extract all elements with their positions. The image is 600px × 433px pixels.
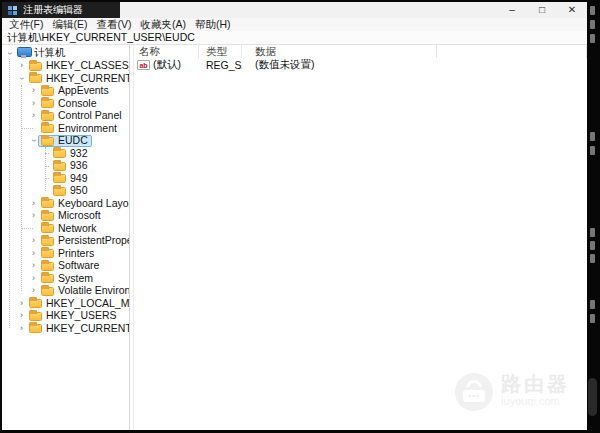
tree-item[interactable]: › Keyboard Layout xyxy=(2,197,129,210)
tree-item[interactable]: › AppEvents xyxy=(2,85,129,98)
tree-item-label: 949 xyxy=(70,172,88,184)
expander-chevron-icon[interactable]: › xyxy=(29,249,38,258)
folder-icon xyxy=(41,274,54,283)
close-button[interactable]: ✕ xyxy=(557,2,587,18)
tree-item[interactable]: › HKEY_CURRENT_USER xyxy=(2,72,129,85)
tree-item[interactable]: › Microsoft xyxy=(2,210,129,223)
tree-item[interactable]: › 计算机 xyxy=(2,47,129,60)
edge-artifact xyxy=(590,34,595,43)
tree-item-label: Microsoft xyxy=(58,209,101,221)
value-data: (数值未设置) xyxy=(242,58,437,72)
folder-icon xyxy=(41,237,54,246)
menu-favorites[interactable]: 收藏夹(A) xyxy=(140,18,186,32)
edge-artifact xyxy=(588,378,597,416)
expander-chevron-icon[interactable]: › xyxy=(29,86,38,95)
folder-icon xyxy=(29,324,42,333)
folder-icon xyxy=(41,99,54,108)
folder-icon xyxy=(41,224,54,233)
folder-icon xyxy=(41,262,54,271)
folder-icon xyxy=(41,287,54,296)
tree-item[interactable]: › 950 xyxy=(2,185,129,198)
menu-view[interactable]: 查看(V) xyxy=(96,18,131,32)
tree-item[interactable]: › PersistentPropertyBag xyxy=(2,235,129,248)
folder-icon xyxy=(29,62,42,71)
tree-item-label: HKEY_LOCAL_MACHINE xyxy=(46,297,130,309)
expander-chevron-icon[interactable]: › xyxy=(29,211,38,220)
tree-item-label: 计算机 xyxy=(34,46,66,60)
column-header-type[interactable]: 类型 xyxy=(199,45,242,58)
tree-item-label: Console xyxy=(58,97,97,109)
menu-edit[interactable]: 编辑(E) xyxy=(52,18,87,32)
menu-help[interactable]: 帮助(H) xyxy=(195,18,231,32)
tree-item-label: System xyxy=(58,272,93,284)
edge-artifact xyxy=(590,228,595,237)
folder-icon xyxy=(53,162,66,171)
window-controls: – □ ✕ xyxy=(497,2,587,18)
tree-item[interactable]: › System xyxy=(2,272,129,285)
expander-chevron-icon[interactable]: › xyxy=(5,49,14,58)
expander-chevron-icon[interactable]: › xyxy=(17,74,26,83)
registry-tree: › 计算机 › HKEY_CLASSES_ROOT › HKEY_CURRENT… xyxy=(2,45,130,430)
expander-chevron-icon[interactable]: › xyxy=(17,324,26,333)
tree-item[interactable]: › HKEY_CURRENT_CONFIG xyxy=(2,322,129,335)
registry-editor-window: 注册表编辑器 – □ ✕ 文件(F) 编辑(E) 查看(V) 收藏夹(A) 帮助… xyxy=(2,2,587,430)
edge-artifact xyxy=(590,254,595,263)
tree-item[interactable]: › HKEY_CLASSES_ROOT xyxy=(2,60,129,73)
column-header-blank xyxy=(437,45,587,58)
menu-bar: 文件(F) 编辑(E) 查看(V) 收藏夹(A) 帮助(H) xyxy=(2,18,587,31)
folder-icon xyxy=(41,112,54,121)
string-value-icon: ab xyxy=(137,60,150,70)
edge-artifact xyxy=(590,314,595,323)
tree-item[interactable]: › EUDC xyxy=(2,135,129,148)
value-list-panel: 名称 类型 数据 ab (默认) REG_SZ (数值未设置) ••• xyxy=(135,45,587,430)
expander-chevron-icon[interactable]: › xyxy=(17,311,26,320)
tree-item[interactable]: › Environment xyxy=(2,122,129,135)
tree-item-label: Environment xyxy=(58,122,117,134)
edge-artifact xyxy=(590,20,595,29)
expander-chevron-icon[interactable]: › xyxy=(17,299,26,308)
tree-item-label: EUDC xyxy=(58,134,88,146)
tree-item-label: Software xyxy=(58,259,99,271)
tree-item-label: PersistentPropertyBag xyxy=(58,234,130,246)
expander-chevron-icon[interactable]: › xyxy=(29,136,38,145)
tree-item[interactable]: › HKEY_USERS xyxy=(2,310,129,323)
expander-chevron-icon[interactable]: › xyxy=(29,274,38,283)
tree-item[interactable]: › 949 xyxy=(2,172,129,185)
expander-chevron-icon[interactable]: › xyxy=(29,99,38,108)
tree-item[interactable]: › 932 xyxy=(2,147,129,160)
column-header-data[interactable]: 数据 xyxy=(242,45,437,58)
title-bar: 注册表编辑器 – □ ✕ xyxy=(2,2,587,18)
tree-item[interactable]: › Printers xyxy=(2,247,129,260)
tree-item[interactable]: › 936 xyxy=(2,160,129,173)
tree-item-label: Printers xyxy=(58,247,94,259)
expander-chevron-icon[interactable]: › xyxy=(29,199,38,208)
value-row[interactable]: ab (默认) REG_SZ (数值未设置) xyxy=(135,58,587,71)
expander-chevron-icon[interactable]: › xyxy=(29,236,38,245)
folder-icon xyxy=(41,87,54,96)
screenshot-frame: 注册表编辑器 – □ ✕ 文件(F) 编辑(E) 查看(V) 收藏夹(A) 帮助… xyxy=(0,0,600,433)
edge-artifact xyxy=(590,132,595,141)
expander-chevron-icon[interactable]: › xyxy=(29,111,38,120)
tree-item-label: 950 xyxy=(70,184,88,196)
tree-item-label: HKEY_CURRENT_USER xyxy=(46,72,130,84)
tree-item[interactable]: › Console xyxy=(2,97,129,110)
expander-chevron-icon[interactable]: › xyxy=(29,261,38,270)
tree-item[interactable]: › Software xyxy=(2,260,129,273)
column-header-name[interactable]: 名称 xyxy=(135,45,199,58)
folder-icon xyxy=(41,249,54,258)
tree-item[interactable]: › Control Panel xyxy=(2,110,129,123)
maximize-button[interactable]: □ xyxy=(527,2,557,18)
menu-file[interactable]: 文件(F) xyxy=(9,18,43,32)
computer-icon xyxy=(17,47,30,58)
tree-item[interactable]: › Volatile Environment xyxy=(2,285,129,298)
tree-item-label: AppEvents xyxy=(58,84,109,96)
expander-chevron-icon[interactable]: › xyxy=(29,286,38,295)
tree-item[interactable]: › Network xyxy=(2,222,129,235)
expander-chevron-icon[interactable]: › xyxy=(17,61,26,70)
minimize-button[interactable]: – xyxy=(497,2,527,18)
address-bar[interactable]: 计算机\HKEY_CURRENT_USER\EUDC xyxy=(2,31,587,45)
tree-item[interactable]: › HKEY_LOCAL_MACHINE xyxy=(2,297,129,310)
tree-item-label: 936 xyxy=(70,159,88,171)
panel-splitter[interactable] xyxy=(133,45,134,430)
list-header-row: 名称 类型 数据 xyxy=(135,45,587,58)
